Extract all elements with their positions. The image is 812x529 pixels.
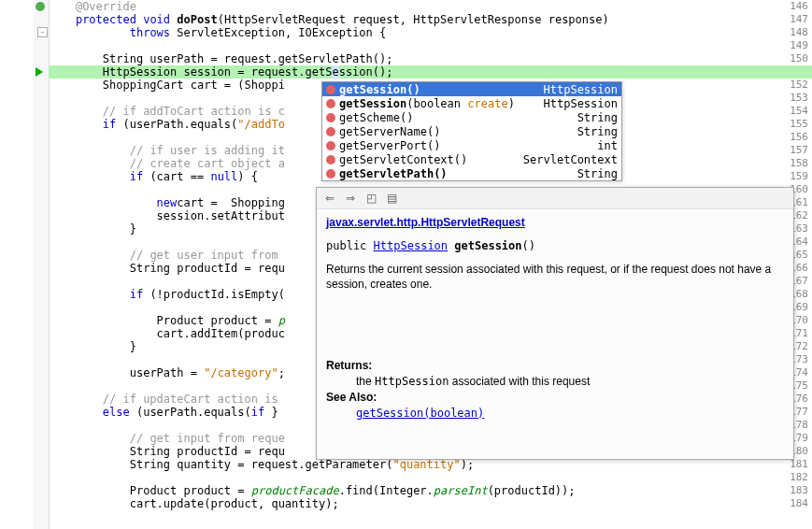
completion-return-type: String	[577, 125, 618, 138]
completion-return-type: String	[577, 167, 618, 180]
method-bullet-icon	[326, 141, 335, 150]
javadoc-toolbar: ⇐ ⇒ ◰ ▤	[317, 188, 793, 209]
completion-label: getSession()	[339, 83, 533, 96]
code-line: String productId = requ	[49, 445, 285, 458]
completion-label: getScheme()	[339, 111, 566, 124]
code-line: throws ServletException, IOException {	[49, 26, 386, 39]
override-glyph-icon[interactable]	[36, 2, 45, 11]
javadoc-body: javax.servlet.http.HttpServletRequest pu…	[317, 209, 793, 430]
completion-return-type: int	[597, 139, 618, 152]
code-line: else (userPath.equals(if }	[49, 406, 285, 419]
code-line: HttpSession session = request.getSession…	[49, 65, 392, 79]
code-line: String userPath = request.getServletPath…	[49, 52, 392, 65]
code-line: // if user is adding it	[49, 144, 285, 157]
code-completion-popup[interactable]: getSession()HttpSessiongetSession(boolea…	[321, 81, 622, 181]
code-line: session.setAttribut	[49, 209, 285, 222]
code-line: cart.addItem(produc	[49, 327, 285, 340]
code-editor: 1461471481491501511521531541551561571581…	[0, 0, 812, 529]
completion-label: getServletContext()	[339, 153, 512, 166]
javadoc-see-also-heading: See Also:	[326, 390, 784, 406]
javadoc-description: Returns the current session associated w…	[326, 262, 784, 293]
completion-item[interactable]: getServletPath()String	[322, 166, 621, 180]
javadoc-returns-post: associated with this request	[449, 375, 591, 388]
code-line: userPath = "/category";	[49, 366, 285, 379]
code-line: String productId = requ	[49, 262, 285, 275]
method-bullet-icon	[326, 113, 335, 122]
back-arrow-icon[interactable]: ⇐	[322, 191, 337, 206]
code-line: if (!productId.isEmpty(	[49, 288, 285, 301]
code-line: // if updateCart action is	[49, 393, 285, 406]
javadoc-returns-code: HttpSession	[375, 375, 449, 388]
javadoc-popup[interactable]: ⇐ ⇒ ◰ ▤ javax.servlet.http.HttpServletRe…	[316, 187, 794, 460]
completion-return-type: HttpSession	[544, 97, 618, 110]
execution-point-icon[interactable]	[36, 67, 45, 77]
javadoc-return-type-link[interactable]: HttpSession	[374, 239, 448, 252]
completion-item[interactable]: getServletContext()ServletContext	[322, 152, 621, 166]
method-bullet-icon	[326, 169, 335, 179]
javadoc-class-link[interactable]: javax.servlet.http.HttpServletRequest	[326, 216, 525, 229]
open-in-browser-icon[interactable]: ▤	[384, 191, 399, 206]
code-line: Product product = productFacade.find(Int…	[49, 484, 576, 497]
javadoc-returns-pre: the	[356, 375, 375, 388]
code-line: // if addToCart action is c	[49, 105, 285, 118]
method-bullet-icon	[326, 85, 335, 94]
completion-return-type: ServletContext	[523, 153, 618, 166]
completion-item[interactable]: getScheme()String	[322, 110, 621, 124]
code-line: protected void doPost(HttpServletRequest…	[49, 13, 609, 26]
code-line: }	[49, 340, 136, 353]
method-bullet-icon	[326, 127, 335, 136]
completion-item[interactable]: getServerPort()int	[322, 138, 621, 152]
code-line: if (userPath.equals("/addTo	[49, 118, 285, 131]
code-line: ShoppingCart cart = (Shoppi	[49, 79, 285, 92]
code-line: // create cart object a	[49, 157, 285, 170]
forward-arrow-icon[interactable]: ⇒	[343, 191, 358, 206]
code-line: @Override	[49, 0, 136, 13]
javadoc-returns-heading: Returns:	[326, 358, 784, 374]
javadoc-sig-suffix: ()	[522, 239, 535, 252]
completion-item[interactable]: getServerName()String	[322, 124, 621, 138]
completion-label: getServerName()	[339, 125, 566, 138]
completion-item[interactable]: getSession(boolean create)HttpSession	[322, 96, 621, 110]
method-bullet-icon	[326, 99, 335, 108]
method-bullet-icon	[326, 155, 335, 164]
code-line: // get user input from	[49, 249, 285, 262]
open-in-window-icon[interactable]: ◰	[363, 191, 378, 206]
completion-label: getServerPort()	[339, 139, 586, 152]
code-line: cart.update(product, quantity);	[49, 497, 339, 510]
code-line: }	[49, 222, 136, 236]
javadoc-method-name: getSession	[454, 239, 521, 252]
code-line: Product product = p	[49, 314, 285, 327]
line-number-gutter	[0, 0, 35, 529]
completion-return-type: HttpSession	[544, 83, 618, 96]
completion-item[interactable]: getSession()HttpSession	[322, 82, 621, 96]
javadoc-see-also-link[interactable]: getSession(boolean)	[356, 407, 484, 420]
completion-return-type: String	[577, 111, 618, 124]
javadoc-sig-modifier: public	[326, 239, 374, 252]
completion-label: getSession(boolean create)	[339, 97, 533, 110]
code-line: String quantity = request.getParameter("…	[49, 458, 474, 471]
annotation-gutter	[34, 0, 50, 529]
code-line: newcart = Shopping	[49, 196, 285, 209]
fold-toggle-icon[interactable]: -	[37, 27, 48, 37]
code-line: // get input from reque	[49, 432, 285, 445]
code-line: if (cart == null) {	[49, 170, 258, 183]
completion-label: getServletPath()	[339, 167, 566, 180]
